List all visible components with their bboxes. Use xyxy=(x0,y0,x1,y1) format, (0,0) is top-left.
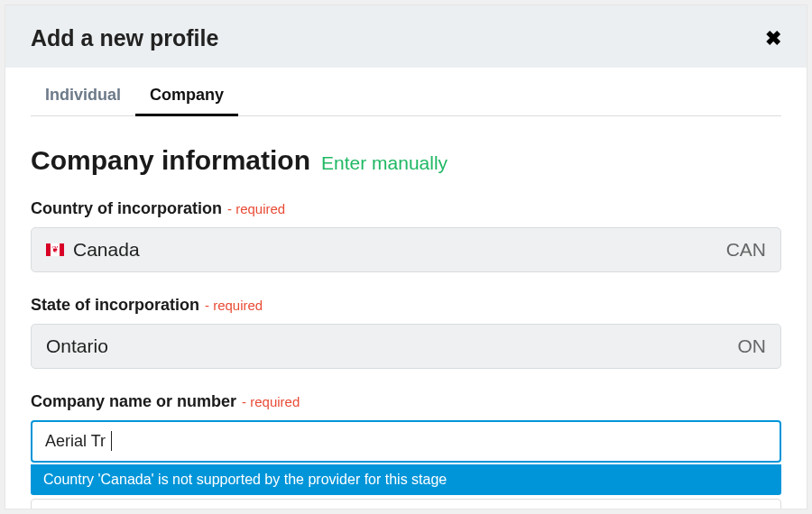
field-country-label: Country of incorporation xyxy=(31,199,222,218)
state-select-left: Ontario xyxy=(46,335,108,357)
tab-company[interactable]: Company xyxy=(135,77,238,115)
field-state-label-row: State of incorporation - required xyxy=(31,296,781,315)
field-company-name: Company name or number - required Countr… xyxy=(31,392,781,509)
field-company-label-row: Company name or number - required xyxy=(31,392,781,411)
modal-header: Add a new profile ✖ xyxy=(5,5,807,68)
text-cursor xyxy=(111,431,112,451)
state-select[interactable]: Ontario ON xyxy=(31,324,781,369)
required-tag: - required xyxy=(205,298,263,313)
country-value: Canada xyxy=(73,239,140,261)
state-value: Ontario xyxy=(46,335,108,357)
field-state: State of incorporation - required Ontari… xyxy=(31,296,781,369)
required-tag: - required xyxy=(242,394,300,409)
required-tag: - required xyxy=(227,201,285,216)
flag-canada-icon: ❦ xyxy=(46,243,64,256)
field-state-label: State of incorporation xyxy=(31,296,199,315)
field-country-label-row: Country of incorporation - required xyxy=(31,199,781,218)
modal-body: Individual Company Company information E… xyxy=(5,68,807,509)
country-code: CAN xyxy=(726,239,766,261)
state-code: ON xyxy=(738,335,767,357)
field-country: Country of incorporation - required ❦ Ca… xyxy=(31,199,781,272)
tab-individual[interactable]: Individual xyxy=(31,77,135,115)
enter-manually-link[interactable]: Enter manually xyxy=(321,152,448,174)
section-title: Company information xyxy=(31,145,310,176)
country-select-left: ❦ Canada xyxy=(46,239,140,261)
add-profile-modal: Add a new profile ✖ Individual Company C… xyxy=(5,5,807,509)
next-field-peek[interactable] xyxy=(31,499,781,509)
tabs: Individual Company xyxy=(31,77,781,116)
company-name-input[interactable] xyxy=(31,420,781,463)
modal-title: Add a new profile xyxy=(31,25,218,51)
field-company-label: Company name or number xyxy=(31,392,236,411)
autocomplete-notice[interactable]: Country 'Canada' is not supported by the… xyxy=(31,464,781,495)
country-select[interactable]: ❦ Canada CAN xyxy=(31,227,781,272)
section-heading: Company information Enter manually xyxy=(31,145,781,176)
company-input-wrap xyxy=(31,420,781,463)
close-icon[interactable]: ✖ xyxy=(765,29,781,49)
